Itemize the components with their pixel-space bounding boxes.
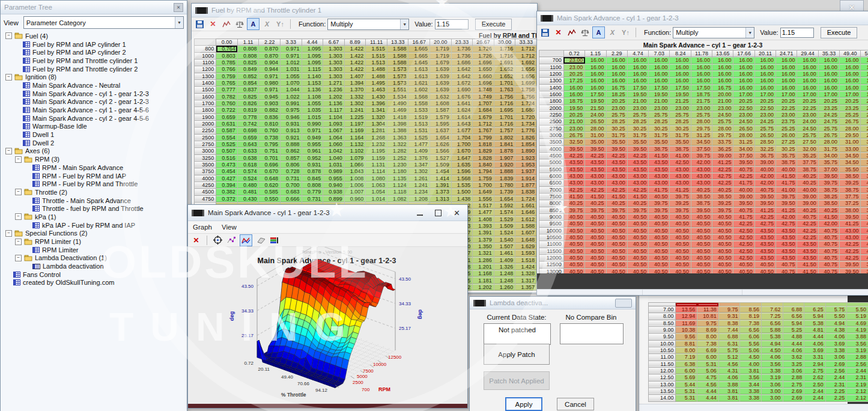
table-cell[interactable]: 43.50: [797, 254, 818, 261]
table-cell[interactable]: 40.50: [691, 261, 712, 268]
table-cell[interactable]: 28.25: [670, 118, 691, 125]
table-cell[interactable]: 0.648: [259, 175, 281, 181]
table-cell[interactable]: 0.931: [302, 161, 323, 168]
table-cell[interactable]: 1.635: [451, 161, 473, 168]
table-cell[interactable]: 20.25: [563, 111, 584, 118]
table-cell[interactable]: 1.042: [323, 148, 345, 154]
tree-item[interactable]: Fuel by RPM and Throttle cylinder 1: [1, 56, 187, 65]
table-cell[interactable]: 37.25: [861, 200, 868, 207]
table-cell[interactable]: 38.75: [861, 186, 868, 193]
table-cell[interactable]: 1.826: [515, 134, 537, 141]
table-cell[interactable]: 38.50: [840, 172, 861, 179]
table-cell[interactable]: 19.50: [627, 91, 648, 97]
table-cell[interactable]: 1.509: [494, 222, 515, 229]
table-cell[interactable]: 25.75: [818, 125, 839, 132]
table-cell[interactable]: 26.00: [776, 132, 797, 138]
table-cell[interactable]: 24.25: [754, 118, 775, 125]
table-cell[interactable]: 26.50: [754, 132, 775, 138]
table-cell[interactable]: 39.50: [754, 193, 775, 199]
table-cell[interactable]: 0.940: [323, 181, 345, 188]
table-cell[interactable]: 1.409: [408, 148, 430, 154]
tree-item[interactable]: Main Spark Advance - cyl 1 - gear 4-5-6: [1, 106, 187, 114]
table-cell[interactable]: 16.00: [670, 57, 691, 64]
table-cell[interactable]: 1.326: [494, 263, 515, 270]
table-cell[interactable]: 1.920: [494, 161, 515, 168]
table-cell[interactable]: 30.25: [776, 145, 797, 152]
table-cell[interactable]: 1.531: [408, 127, 430, 134]
table-cell[interactable]: 8.00: [697, 333, 719, 340]
table-cell[interactable]: 16.00: [754, 57, 775, 64]
table-cell[interactable]: 17.00: [840, 91, 861, 97]
table-cell[interactable]: 24.50: [712, 111, 733, 118]
expander-icon[interactable]: −: [5, 148, 12, 154]
table-cell[interactable]: 0.372: [216, 195, 238, 202]
table-cell[interactable]: 30.25: [606, 125, 627, 132]
table-cell[interactable]: 39.50: [627, 145, 648, 152]
table-cell[interactable]: 40.50: [649, 241, 670, 248]
table-cell[interactable]: 3.69: [804, 347, 826, 353]
table-cell[interactable]: 42.25: [733, 172, 754, 179]
table-cell[interactable]: 2.56: [847, 361, 868, 367]
table-cell[interactable]: 1.391: [430, 181, 452, 188]
table-cell[interactable]: 40.50: [670, 254, 691, 261]
table-cell[interactable]: 1.488: [366, 73, 387, 79]
table-cell[interactable]: 16.00: [563, 91, 584, 97]
table-cell[interactable]: 40.25: [585, 200, 606, 207]
table-cell[interactable]: 26.50: [585, 118, 606, 125]
table-cell[interactable]: 1.376: [408, 154, 430, 161]
table-cell[interactable]: 40.50: [585, 254, 606, 261]
table-cell[interactable]: 40.50: [627, 241, 648, 248]
table-cell[interactable]: 42.25: [712, 166, 733, 172]
table-cell[interactable]: 3.81: [740, 367, 762, 374]
table-cell[interactable]: 20.25: [776, 98, 797, 105]
table-cell[interactable]: 1.629: [515, 243, 537, 249]
menu-view[interactable]: View: [222, 224, 237, 231]
table-cell[interactable]: 7.44: [718, 326, 740, 333]
table-cell[interactable]: 3.06: [783, 367, 804, 374]
table-cell[interactable]: 1.890: [515, 148, 537, 154]
table-cell[interactable]: 1.712: [515, 52, 537, 59]
table-cell[interactable]: 43.00: [670, 180, 691, 186]
table-cell[interactable]: 16.00: [797, 78, 818, 84]
table-cell[interactable]: 1.587: [430, 107, 452, 114]
table-cell[interactable]: 40.50: [606, 241, 627, 248]
table-cell[interactable]: 3.38: [762, 367, 783, 374]
table-cell[interactable]: 40.50: [649, 261, 670, 268]
table-cell[interactable]: 1.734: [515, 120, 537, 127]
table-cell[interactable]: 1.690: [451, 87, 473, 93]
table-cell[interactable]: 5.94: [783, 320, 804, 326]
table-cell[interactable]: 0.810: [259, 120, 281, 127]
table-cell[interactable]: 40.50: [585, 227, 606, 234]
table-cell[interactable]: 42.00: [754, 180, 775, 186]
table-cell[interactable]: 0.516: [216, 154, 238, 161]
table-cell[interactable]: 1.756: [515, 93, 537, 100]
table-cell[interactable]: 1.656: [515, 66, 537, 73]
table-cell[interactable]: 1.643: [451, 120, 473, 127]
save-icon[interactable]: [539, 27, 551, 38]
table-cell[interactable]: 40.50: [691, 221, 712, 227]
table-cell[interactable]: 16.00: [776, 57, 797, 64]
table-cell[interactable]: 20.25: [733, 98, 754, 105]
table-cell[interactable]: 3.06: [825, 354, 847, 361]
table-cell[interactable]: 1.519: [408, 114, 430, 120]
table-cell[interactable]: 1.692: [515, 59, 537, 65]
table-cell[interactable]: 0.766: [216, 66, 238, 73]
tree-item[interactable]: −Ignition (8): [1, 73, 187, 81]
table-cell[interactable]: 39.25: [840, 180, 861, 186]
table-cell[interactable]: 16.00: [818, 70, 839, 77]
table-cell[interactable]: 1.551: [387, 87, 408, 93]
scales-icon[interactable]: [234, 19, 245, 29]
table-cell[interactable]: 1.398: [387, 120, 408, 127]
apply-button[interactable]: Apply: [506, 398, 542, 410]
table-cell[interactable]: 1.136: [323, 100, 345, 106]
table-cell[interactable]: 2.44: [825, 374, 847, 381]
table-cell[interactable]: 2.50: [804, 381, 826, 388]
table-cell[interactable]: 10.81: [697, 313, 719, 320]
table-cell[interactable]: 43.00: [649, 180, 670, 186]
table-cell[interactable]: 31.75: [606, 132, 627, 138]
table-cell[interactable]: 39.75: [670, 207, 691, 213]
table-cell[interactable]: 40.75: [818, 254, 839, 261]
tree-item[interactable]: −RPM Limiter (1): [1, 237, 187, 246]
table-cell[interactable]: 39.50: [585, 145, 606, 152]
table-cell[interactable]: 28.00: [712, 125, 733, 132]
